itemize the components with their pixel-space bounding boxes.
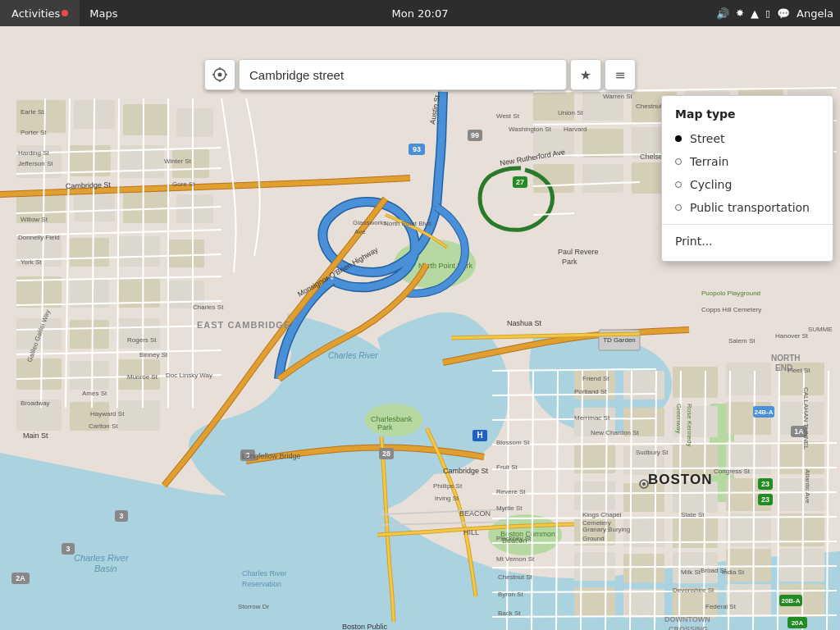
svg-text:NORTH: NORTH [771, 354, 801, 363]
svg-text:28: 28 [382, 450, 390, 458]
user-name: Angela [797, 7, 833, 20]
volume-icon[interactable]: 🔊 [716, 7, 729, 20]
svg-text:Ave: Ave [354, 228, 366, 235]
map-type-cycling[interactable]: Cycling [662, 173, 833, 196]
svg-rect-39 [623, 371, 664, 399]
svg-rect-31 [117, 318, 160, 349]
svg-text:Hayward St: Hayward St [90, 410, 125, 418]
map-type-terrain[interactable]: Terrain [662, 150, 833, 173]
notification-dot [62, 10, 68, 16]
svg-text:23: 23 [761, 480, 769, 488]
svg-text:York St: York St [21, 258, 42, 266]
svg-rect-11 [123, 104, 168, 135]
svg-rect-66 [726, 549, 771, 582]
map-type-street[interactable]: Street [662, 127, 833, 150]
svg-text:99: 99 [471, 131, 479, 139]
radio-empty-cycling [675, 181, 682, 188]
svg-text:3: 3 [66, 545, 70, 553]
svg-text:Nashua St: Nashua St [507, 319, 542, 327]
svg-text:Sudbury St: Sudbury St [636, 449, 669, 456]
svg-text:CROSSING: CROSSING [669, 625, 708, 630]
svg-text:Mt Vernon St: Mt Vernon St [496, 555, 535, 563]
svg-rect-33 [70, 361, 109, 390]
bluetooth-icon[interactable]: ✸ [736, 7, 744, 19]
map-type-public-transport[interactable]: Public transportation [662, 196, 833, 219]
map-type-cycling-label: Cycling [690, 178, 732, 191]
svg-text:West St: West St [496, 112, 520, 120]
svg-text:CALLAHAN TUNNEL: CALLAHAN TUNNEL [802, 387, 810, 450]
svg-text:Federal St: Federal St [705, 603, 737, 610]
svg-text:New Chardon St: New Chardon St [591, 429, 639, 436]
activities-button[interactable]: Activities [0, 0, 80, 26]
svg-text:Charlesbank: Charlesbank [371, 415, 413, 423]
svg-rect-24 [168, 240, 204, 267]
svg-text:EAST CAMBRIDGE: EAST CAMBRIDGE [197, 320, 290, 330]
svg-text:Munroe St: Munroe St [127, 373, 158, 381]
svg-text:Merrimac St: Merrimac St [574, 414, 610, 422]
chat-icon[interactable]: 💬 [777, 7, 790, 20]
svg-text:Salem St: Salem St [728, 337, 756, 345]
svg-text:Basin: Basin [94, 564, 117, 573]
wifi-icon[interactable]: ▲ [751, 7, 759, 20]
svg-text:Warren St: Warren St [603, 93, 632, 100]
svg-text:BOSTON: BOSTON [648, 472, 712, 487]
svg-text:Paul Revere: Paul Revere [558, 248, 599, 256]
search-input-wrap [239, 59, 567, 90]
map-area[interactable]: North Point Park Charlesbank Park Boston… [0, 26, 840, 630]
svg-text:Fleet St: Fleet St [788, 367, 810, 374]
svg-text:3: 3 [119, 512, 123, 520]
map-type-title: Map type [662, 104, 833, 127]
svg-text:Jefferson St: Jefferson St [18, 160, 53, 167]
bookmark-button[interactable]: ★ [570, 59, 601, 90]
svg-rect-57 [779, 478, 824, 511]
svg-text:Winter St: Winter St [164, 158, 192, 165]
svg-text:Friend St: Friend St [582, 375, 609, 382]
svg-text:Cambridge St: Cambridge St [66, 180, 112, 190]
battery-icon[interactable]: ▯ [765, 8, 770, 19]
svg-text:Back St: Back St [498, 609, 521, 617]
svg-text:Ground: Ground [582, 535, 605, 542]
svg-text:Cemetery: Cemetery [582, 519, 611, 527]
svg-rect-32 [16, 358, 62, 390]
svg-text:27: 27 [516, 178, 524, 186]
svg-text:Park: Park [562, 258, 578, 266]
svg-text:North Point Blvd: North Point Blvd [384, 220, 431, 227]
svg-text:Atlantic Ave: Atlantic Ave [804, 469, 811, 504]
svg-text:Byron St: Byron St [498, 591, 523, 598]
svg-rect-9 [16, 100, 66, 133]
svg-text:DOWNTOWN: DOWNTOWN [664, 615, 710, 623]
svg-rect-40 [673, 367, 718, 398]
svg-rect-53 [574, 482, 615, 510]
print-button[interactable]: Print... [662, 230, 833, 253]
star-icon: ★ [580, 67, 591, 83]
svg-point-198 [642, 482, 646, 486]
svg-text:Rogers St: Rogers St [127, 336, 157, 344]
system-tray: 🔊 ✸ ▲ ▯ 💬 Angela [710, 7, 840, 20]
svg-text:Charles River: Charles River [242, 569, 287, 578]
svg-text:Rose Kennedy: Rose Kennedy [686, 404, 693, 446]
panel-divider [662, 224, 833, 225]
svg-text:Revere St: Revere St [496, 488, 526, 495]
svg-text:Granary Burying: Granary Burying [582, 526, 630, 533]
svg-text:Charles St: Charles St [193, 304, 224, 311]
svg-text:Harding St: Harding St [18, 149, 50, 157]
svg-text:23: 23 [761, 495, 769, 504]
search-input[interactable] [240, 68, 566, 82]
svg-text:Charles River: Charles River [74, 553, 130, 563]
menu-button[interactable]: ≡ [605, 59, 636, 90]
svg-text:Ames St: Ames St [82, 390, 107, 397]
svg-text:Washington St: Washington St [509, 126, 552, 133]
svg-text:Blossom St: Blossom St [496, 439, 530, 446]
svg-text:Charles River: Charles River [328, 351, 378, 360]
svg-text:20A: 20A [792, 619, 804, 627]
svg-text:Broadway: Broadway [21, 399, 50, 407]
svg-text:Congress St: Congress St [714, 468, 751, 475]
map-type-public-transport-label: Public transportation [690, 201, 810, 214]
svg-rect-71 [726, 584, 771, 617]
svg-text:Kings Chapel: Kings Chapel [582, 511, 622, 518]
location-button[interactable] [204, 59, 235, 90]
svg-text:Binney St: Binney St [139, 351, 168, 358]
svg-text:Cambridge St: Cambridge St [443, 467, 489, 475]
svg-text:Milk St: Milk St [681, 568, 701, 576]
svg-text:H: H [477, 431, 482, 440]
